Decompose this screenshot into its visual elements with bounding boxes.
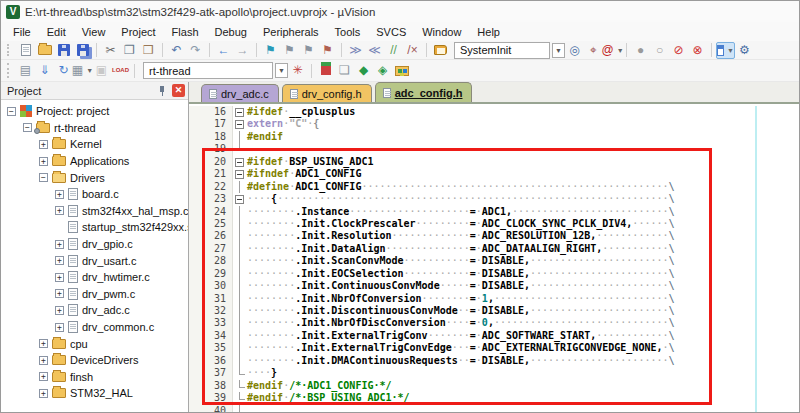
collapse-icon[interactable]: − xyxy=(7,107,16,116)
tree-item-stm32f4xx-hal-msp-c[interactable]: +stm32f4xx_hal_msp.c xyxy=(1,203,188,220)
disable-all-breakpoints-icon[interactable]: ⊘ xyxy=(669,42,688,59)
code-text[interactable]: ········.Init.NbrOfDiscConversion····=·0… xyxy=(247,317,799,329)
find-next-icon[interactable]: ⌖ xyxy=(584,42,603,59)
target-select-combo[interactable]: rt-thread xyxy=(143,62,273,79)
fold-collapse-icon[interactable] xyxy=(233,168,247,180)
build-icon[interactable]: ⇓ xyxy=(35,62,54,79)
menu-svcs[interactable]: SVCS xyxy=(368,24,414,40)
code-text[interactable]: ········.Init.DiscontinuousConvMode··=·D… xyxy=(247,305,799,317)
code-text[interactable]: #ifdef·BSP_USING_ADC1 xyxy=(247,156,799,168)
code-text[interactable]: ········.Instance····················=·A… xyxy=(247,206,799,218)
target-select-dropdown-icon[interactable]: ▼ xyxy=(275,63,288,78)
redo-icon[interactable]: ↷ xyxy=(186,42,205,59)
options-for-target-icon[interactable]: ✳ xyxy=(288,62,307,79)
menu-flash[interactable]: Flash xyxy=(164,24,207,40)
cut-icon[interactable]: ✂ xyxy=(101,42,120,59)
code-text[interactable]: ········.Init.ClockPrescaler·········=·A… xyxy=(247,218,799,230)
code-text[interactable]: ········.Init.Resolution·············=·A… xyxy=(247,230,799,242)
expand-icon[interactable]: + xyxy=(55,240,64,249)
new-file-icon[interactable] xyxy=(16,42,35,59)
code-text[interactable] xyxy=(247,405,799,413)
code-text[interactable]: #ifdef·__cplusplus xyxy=(247,106,799,118)
fold-collapse-icon[interactable] xyxy=(233,118,247,130)
expand-icon[interactable]: + xyxy=(55,273,64,282)
tree-item-drv-usart-c[interactable]: +drv_usart.c xyxy=(1,252,188,269)
menu-edit[interactable]: Edit xyxy=(39,24,74,40)
previous-bookmark-icon[interactable]: ⚑ xyxy=(280,42,299,59)
collapse-icon[interactable]: − xyxy=(23,123,32,132)
menu-window[interactable]: Window xyxy=(414,24,469,40)
code-text[interactable]: ····{···································… xyxy=(247,193,799,205)
tree-item-drv-pwm-c[interactable]: +drv_pwm.c xyxy=(1,286,188,303)
code-text[interactable] xyxy=(247,143,799,155)
expand-icon[interactable]: + xyxy=(39,339,48,348)
comment-selection-icon[interactable]: // xyxy=(384,42,403,59)
find-text-combo[interactable]: SystemInit xyxy=(454,42,550,59)
code-text[interactable]: ········.Init.DMAContinuousRequests··=·D… xyxy=(247,355,799,367)
manage-project-items-icon[interactable] xyxy=(316,62,335,79)
expand-icon[interactable]: + xyxy=(39,372,48,381)
configuration-icon[interactable]: ⚙ xyxy=(735,42,754,59)
enable-disable-breakpoint-icon[interactable]: ○ xyxy=(650,42,669,59)
stop-build-icon[interactable]: ▣ xyxy=(92,62,111,79)
next-bookmark-icon[interactable]: ⚑ xyxy=(299,42,318,59)
file-extensions-icon[interactable]: ❏ xyxy=(335,62,354,79)
tree-item-stm32-hal[interactable]: +STM32_HAL xyxy=(1,385,188,402)
tree-item-cpu[interactable]: +cpu xyxy=(1,335,188,352)
tree-item-drv-common-c[interactable]: +drv_common.c xyxy=(1,319,188,336)
paste-icon[interactable]: ❒ xyxy=(139,42,158,59)
clear-bookmarks-icon[interactable]: ⚑ xyxy=(318,42,337,59)
search-menu-icon[interactable]: @▼ xyxy=(603,42,622,59)
save-file-icon[interactable] xyxy=(54,42,73,59)
code-text[interactable]: ········.Init.NbrOfConversion········=·1… xyxy=(247,293,799,305)
tree-item-drv-hwtimer-c[interactable]: +drv_hwtimer.c xyxy=(1,269,188,286)
toggle-breakpoint-icon[interactable]: ● xyxy=(631,42,650,59)
tree-item-devicedrivers[interactable]: +DeviceDrivers xyxy=(1,352,188,369)
expand-icon[interactable]: + xyxy=(55,256,64,265)
expand-icon[interactable]: + xyxy=(39,389,48,398)
indent-icon[interactable]: ≫ xyxy=(346,42,365,59)
expand-icon[interactable]: + xyxy=(39,140,48,149)
collapse-icon[interactable]: − xyxy=(39,173,48,182)
tree-item-drivers[interactable]: −Drivers xyxy=(1,169,188,186)
code-text[interactable]: ····} xyxy=(247,367,799,379)
fold-collapse-icon[interactable] xyxy=(233,106,247,118)
code-text[interactable]: ········.Init.ExternalTrigConv·······=·A… xyxy=(247,330,799,342)
batch-build-icon[interactable]: ▦▼ xyxy=(73,62,92,79)
menu-project[interactable]: Project xyxy=(113,24,163,40)
code-text[interactable]: #endif·/*·BSP_USING_ADC1·*/ xyxy=(247,392,799,404)
menu-view[interactable]: View xyxy=(74,24,114,40)
rebuild-icon[interactable]: ↻ xyxy=(54,62,73,79)
select-software-packs-icon[interactable]: ◈ xyxy=(373,62,392,79)
window-layout-icon[interactable]: ▼ xyxy=(716,42,735,59)
expand-icon[interactable]: + xyxy=(55,206,64,215)
expand-icon[interactable]: + xyxy=(55,306,64,315)
expand-icon[interactable]: + xyxy=(55,323,64,332)
menu-file[interactable]: File xyxy=(5,24,39,40)
tab-drv_adc-c[interactable]: drv_adc.c xyxy=(201,84,279,102)
tree-item-finsh[interactable]: +finsh xyxy=(1,369,188,386)
menu-debug[interactable]: Debug xyxy=(207,24,255,40)
tree-item-project-project[interactable]: −Project: project xyxy=(1,103,188,120)
tree-item-board-c[interactable]: +board.c xyxy=(1,186,188,203)
code-text[interactable]: #ifndef·ADC1_CONFIG xyxy=(247,168,799,180)
save-all-icon[interactable] xyxy=(73,42,92,59)
expand-icon[interactable]: + xyxy=(39,157,48,166)
uncomment-selection-icon[interactable]: /× xyxy=(403,42,422,59)
tree-item-rt-thread[interactable]: −rt-thread xyxy=(1,120,188,137)
fold-collapse-icon[interactable] xyxy=(233,156,247,168)
tree-item-kernel[interactable]: +Kernel xyxy=(1,136,188,153)
code-text[interactable]: ········.Init.DataAlign··············=·A… xyxy=(247,243,799,255)
close-icon[interactable]: ✕ xyxy=(172,84,185,97)
tree-item-drv-gpio-c[interactable]: +drv_gpio.c xyxy=(1,236,188,253)
navigate-forward-icon[interactable]: → xyxy=(233,42,252,59)
copy-icon[interactable]: ❐ xyxy=(120,42,139,59)
pack-installer-icon[interactable] xyxy=(392,62,411,79)
navigate-back-icon[interactable]: ← xyxy=(214,42,233,59)
undo-icon[interactable]: ↶ xyxy=(167,42,186,59)
window-layout-dropdown-icon[interactable]: ▼ xyxy=(727,42,734,59)
fold-collapse-icon[interactable] xyxy=(233,193,247,205)
code-text[interactable]: ········.Init.ExternalTrigConvEdge···=·A… xyxy=(247,342,799,354)
tab-adc_config-h[interactable]: adc_config.h xyxy=(375,82,473,102)
code-text[interactable]: ········.Init.EOCSelection···········=·D… xyxy=(247,268,799,280)
